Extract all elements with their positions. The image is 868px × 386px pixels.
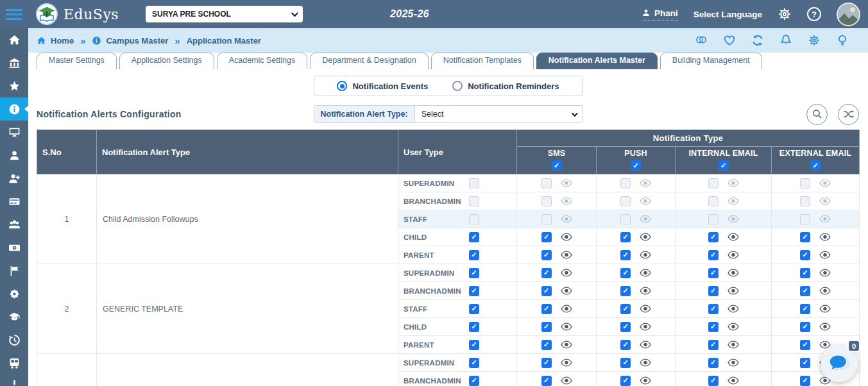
avatar[interactable]: [837, 3, 860, 26]
checkbox[interactable]: ✓: [620, 268, 631, 278]
preview-eye-icon[interactable]: [640, 287, 651, 295]
refresh-icon[interactable]: [751, 34, 764, 47]
checkbox[interactable]: ✓: [708, 322, 719, 332]
preview-eye-icon[interactable]: [728, 197, 739, 205]
preview-eye-icon[interactable]: [561, 269, 572, 277]
checkbox[interactable]: ✓: [469, 358, 479, 368]
push-select-all-checkbox[interactable]: ✓: [631, 160, 641, 171]
notifications-bell-icon[interactable]: [779, 34, 792, 47]
preview-eye-icon[interactable]: [728, 179, 739, 187]
checkbox[interactable]: ✓: [620, 232, 631, 242]
sms-select-all-checkbox[interactable]: ✓: [552, 160, 562, 171]
chat-widget[interactable]: 0: [821, 345, 858, 382]
sidebar-item-favorites[interactable]: [0, 74, 28, 97]
preview-eye-icon[interactable]: [728, 251, 739, 259]
checkbox[interactable]: ✓: [620, 250, 631, 260]
external-email-select-all-checkbox[interactable]: ✓: [810, 160, 821, 171]
checkbox[interactable]: [620, 214, 631, 224]
select-language-button[interactable]: Select Language: [694, 10, 762, 19]
sidebar-item-settings[interactable]: [0, 282, 28, 305]
favorites-heart-icon[interactable]: [723, 34, 736, 47]
breadcrumb-application-master[interactable]: Application Master: [187, 36, 261, 46]
preview-eye-icon[interactable]: [640, 215, 651, 223]
preview-eye-icon[interactable]: [728, 358, 739, 367]
checkbox[interactable]: ✓: [620, 304, 631, 314]
sidebar-item-info-active[interactable]: [0, 97, 28, 121]
checkbox[interactable]: ✓: [541, 304, 552, 314]
preview-eye-icon[interactable]: [819, 215, 831, 223]
checkbox[interactable]: [541, 214, 552, 224]
checkbox[interactable]: ✓: [708, 376, 719, 386]
checkbox[interactable]: ✓: [800, 376, 810, 386]
preview-eye-icon[interactable]: [728, 287, 739, 295]
preview-eye-icon[interactable]: [728, 269, 739, 277]
preview-eye-icon[interactable]: [561, 233, 572, 241]
checkbox[interactable]: ✓: [708, 232, 719, 242]
preview-eye-icon[interactable]: [640, 251, 651, 259]
preview-eye-icon[interactable]: [728, 233, 739, 241]
radio-selected-icon[interactable]: [337, 81, 347, 91]
checkbox[interactable]: ✓: [708, 304, 719, 314]
sidebar-item-add-user[interactable]: [0, 167, 28, 190]
user-menu[interactable]: Phani: [642, 8, 678, 21]
sidebar-item-groups[interactable]: [0, 213, 28, 236]
preview-eye-icon[interactable]: [728, 376, 739, 385]
checkbox[interactable]: ✓: [800, 250, 810, 260]
checkbox[interactable]: ✓: [469, 250, 479, 260]
preview-eye-icon[interactable]: [640, 340, 651, 349]
checkbox[interactable]: ✓: [800, 322, 810, 332]
preview-eye-icon[interactable]: [728, 305, 739, 313]
preview-eye-icon[interactable]: [819, 269, 831, 277]
tab-academic-settings[interactable]: Academic Settings: [217, 53, 308, 69]
checkbox[interactable]: ✓: [541, 286, 552, 296]
sidebar-item-home[interactable]: [0, 28, 28, 51]
sidebar-item-desktop[interactable]: [0, 121, 28, 144]
preview-eye-icon[interactable]: [728, 215, 739, 223]
checkbox[interactable]: [800, 214, 810, 224]
sidebar-item-user[interactable]: [0, 144, 28, 167]
checkbox[interactable]: ✓: [620, 340, 631, 350]
checkbox[interactable]: ✓: [469, 322, 479, 332]
preview-eye-icon[interactable]: [640, 323, 651, 331]
preview-eye-icon[interactable]: [640, 358, 651, 367]
checkbox[interactable]: [620, 178, 631, 189]
checkbox[interactable]: ✓: [800, 232, 810, 242]
checkbox[interactable]: ✓: [800, 286, 810, 296]
preview-eye-icon[interactable]: [728, 323, 739, 331]
preview-eye-icon[interactable]: [819, 323, 831, 331]
preview-eye-icon[interactable]: [640, 269, 651, 277]
alert-type-select[interactable]: Select: [415, 106, 583, 122]
checkbox[interactable]: [800, 196, 810, 206]
search-button[interactable]: [806, 104, 828, 125]
checkbox[interactable]: ✓: [708, 340, 719, 350]
checkbox[interactable]: [708, 178, 719, 189]
checkbox[interactable]: ✓: [469, 304, 479, 314]
hamburger-menu-icon[interactable]: [0, 9, 28, 20]
preview-eye-icon[interactable]: [561, 340, 572, 349]
gear-icon[interactable]: [808, 34, 821, 47]
checkbox[interactable]: ✓: [708, 286, 719, 296]
sidebar-item-history[interactable]: [0, 328, 28, 351]
checkbox[interactable]: [620, 196, 631, 206]
preview-eye-icon[interactable]: [728, 340, 739, 349]
tab-master-settings[interactable]: Master Settings: [37, 53, 117, 69]
checkbox[interactable]: [469, 178, 479, 189]
checkbox[interactable]: ✓: [469, 232, 479, 242]
preview-eye-icon[interactable]: [640, 197, 651, 205]
help-icon[interactable]: ?: [807, 7, 821, 21]
checkbox[interactable]: ✓: [620, 376, 631, 386]
preview-eye-icon[interactable]: [819, 179, 831, 187]
radio-notification-reminders[interactable]: Notification Reminders: [452, 81, 559, 91]
breadcrumb-home[interactable]: Home: [37, 36, 74, 46]
checkbox[interactable]: ✓: [800, 358, 810, 368]
checkbox[interactable]: ✓: [620, 358, 631, 368]
preview-eye-icon[interactable]: [561, 197, 572, 205]
checkbox[interactable]: [708, 196, 719, 206]
checkbox[interactable]: ✓: [620, 322, 631, 332]
preview-eye-icon[interactable]: [640, 233, 651, 241]
tab-notification-alerts-master[interactable]: Notification Alerts Master: [536, 53, 658, 69]
checkbox[interactable]: [708, 214, 719, 224]
preview-eye-icon[interactable]: [640, 179, 651, 187]
preview-eye-icon[interactable]: [561, 305, 572, 313]
tab-building-management[interactable]: Building Management: [660, 53, 762, 69]
